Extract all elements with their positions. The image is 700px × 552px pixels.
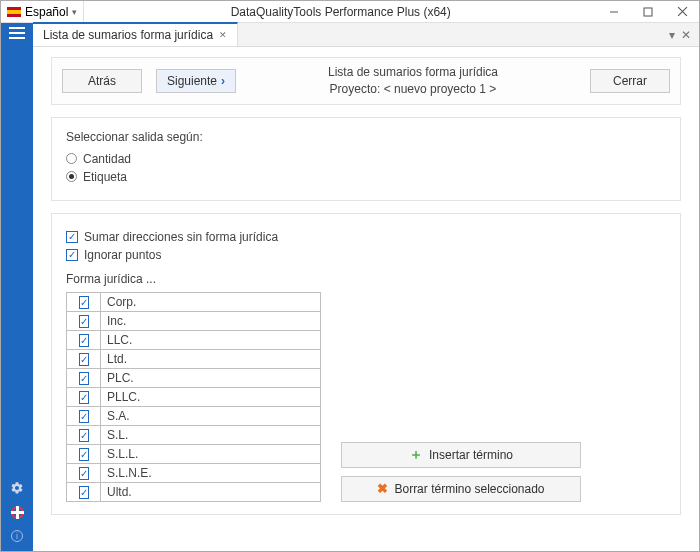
tab-bar: Lista de sumarios forma jurídica ✕ ▾ ✕ [33,23,699,47]
close-window-button[interactable] [665,1,699,23]
row-checkbox[interactable] [79,296,89,309]
maximize-button[interactable] [631,1,665,23]
legal-form-group: Sumar direcciones sin forma jurídica Ign… [51,213,681,515]
row-checkbox[interactable] [79,391,89,404]
table-row[interactable]: Ultd. [67,482,321,501]
tab-menu-icon[interactable]: ▾ [669,28,675,42]
row-checkbox[interactable] [79,353,89,366]
checkbox-sum-addresses[interactable]: Sumar direcciones sin forma jurídica [66,230,666,244]
output-group: Seleccionar salida según: Cantidad Etiqu… [51,117,681,201]
row-checkbox[interactable] [79,467,89,480]
table-label: Forma jurídica ... [66,272,666,286]
table-row[interactable]: LLC. [67,330,321,349]
menu-button[interactable] [9,27,25,39]
minimize-button[interactable] [597,1,631,23]
row-value: Inc. [101,311,321,330]
tab-active[interactable]: Lista de sumarios forma jurídica ✕ [33,22,238,46]
row-checkbox[interactable] [79,372,89,385]
back-button[interactable]: Atrás [62,69,142,93]
table-row[interactable]: S.L.L. [67,444,321,463]
row-checkbox[interactable] [79,486,89,499]
table-row[interactable]: Ltd. [67,349,321,368]
row-value: S.A. [101,406,321,425]
table-row[interactable]: S.L.N.E. [67,463,321,482]
sidebar: i [1,23,33,551]
language-label: Español [25,5,68,19]
flag-icon [7,7,21,17]
info-icon[interactable]: i [10,529,24,543]
row-checkbox[interactable] [79,448,89,461]
tab-close-all-icon[interactable]: ✕ [681,28,691,42]
language-selector[interactable]: Español ▾ [1,1,84,22]
chevron-right-icon: › [221,74,225,88]
row-value: S.L.L. [101,444,321,463]
table-row[interactable]: PLC. [67,368,321,387]
table-row[interactable]: Corp. [67,292,321,311]
row-value: Ltd. [101,349,321,368]
legal-form-table[interactable]: Corp.Inc.LLC.Ltd.PLC.PLLC.S.A.S.L.S.L.L.… [66,292,321,502]
row-checkbox[interactable] [79,334,89,347]
table-row[interactable]: S.L. [67,425,321,444]
page-title: Lista de sumarios forma jurídica [250,64,576,81]
project-label: Proyecto: < nuevo proyecto 1 > [250,81,576,98]
plus-icon: ＋ [409,446,423,464]
row-value: Corp. [101,292,321,311]
title-bar: Español ▾ DataQualityTools Performance P… [1,1,699,23]
table-row[interactable]: PLLC. [67,387,321,406]
row-checkbox[interactable] [79,315,89,328]
gear-icon[interactable] [10,481,24,495]
tab-close-icon[interactable]: ✕ [219,30,227,40]
row-checkbox[interactable] [79,429,89,442]
table-row[interactable]: Inc. [67,311,321,330]
checkbox-ignore-dots[interactable]: Ignorar puntos [66,248,666,262]
chevron-down-icon: ▾ [72,7,77,17]
row-value: LLC. [101,330,321,349]
svg-rect-1 [644,8,652,16]
radio-quantity[interactable]: Cantidad [66,152,666,166]
delete-term-button[interactable]: ✖Borrar término seleccionado [341,476,581,502]
help-icon[interactable] [10,505,24,519]
row-checkbox[interactable] [79,410,89,423]
header-bar: Atrás Siguiente› Lista de sumarios forma… [51,57,681,105]
row-value: PLC. [101,368,321,387]
insert-term-button[interactable]: ＋Insertar término [341,442,581,468]
row-value: Ultd. [101,482,321,501]
table-row[interactable]: S.A. [67,406,321,425]
tab-label: Lista de sumarios forma jurídica [43,28,213,42]
next-button[interactable]: Siguiente› [156,69,236,93]
radio-label[interactable]: Etiqueta [66,170,666,184]
row-value: PLLC. [101,387,321,406]
app-title: DataQualityTools Performance Plus (x64) [84,5,597,19]
output-label: Seleccionar salida según: [66,130,666,144]
row-value: S.L.N.E. [101,463,321,482]
row-value: S.L. [101,425,321,444]
delete-icon: ✖ [377,481,388,496]
close-button[interactable]: Cerrar [590,69,670,93]
